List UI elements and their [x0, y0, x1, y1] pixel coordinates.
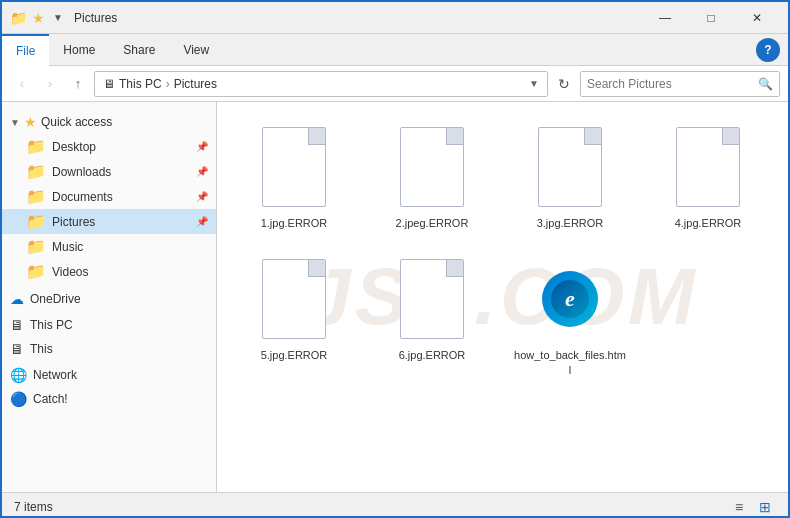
- file-name-7: how_to_back_files.html: [513, 348, 627, 377]
- onedrive-icon: ☁: [10, 291, 24, 307]
- file-item-6[interactable]: 6.jpg.ERROR: [367, 246, 497, 385]
- sidebar-item-videos[interactable]: 📁 Videos: [2, 259, 216, 284]
- star-icon: ★: [24, 114, 37, 130]
- help-button[interactable]: ?: [756, 38, 780, 62]
- edge-icon: e: [542, 271, 598, 327]
- catch-icon: 🔵: [10, 391, 27, 407]
- files-grid: 1.jpg.ERROR 2.jpeg.ERROR 3.jpg.ERROR: [229, 114, 776, 385]
- large-icons-view-button[interactable]: ⊞: [754, 496, 776, 518]
- sidebar-item-catch[interactable]: 🔵 Catch!: [2, 388, 216, 410]
- sidebar-item-network[interactable]: 🌐 Network: [2, 364, 216, 386]
- sidebar-label-catch: Catch!: [33, 392, 68, 406]
- quick-access-header[interactable]: ▼ ★ Quick access: [2, 110, 216, 134]
- sidebar-item-downloads[interactable]: 📁 Downloads 📌: [2, 159, 216, 184]
- tab-home[interactable]: Home: [49, 34, 109, 66]
- file-item-5[interactable]: 5.jpg.ERROR: [229, 246, 359, 385]
- path-separator-1: ›: [166, 77, 170, 91]
- tab-share[interactable]: Share: [109, 34, 169, 66]
- status-bar: 7 items ≡ ⊞: [2, 492, 788, 518]
- path-computer-icon: 🖥: [103, 77, 115, 91]
- file-thumb-5: [254, 254, 334, 344]
- sidebar-label-network: Network: [33, 368, 77, 382]
- sidebar-item-documents[interactable]: 📁 Documents 📌: [2, 184, 216, 209]
- file-item-3[interactable]: 3.jpg.ERROR: [505, 114, 635, 238]
- window-title: Pictures: [74, 11, 642, 25]
- doc-icon-2: [400, 127, 464, 207]
- pin-icon-pictures: 📌: [196, 216, 208, 227]
- tab-view[interactable]: View: [169, 34, 223, 66]
- doc-icon-3: [538, 127, 602, 207]
- sidebar-label-music: Music: [52, 240, 83, 254]
- folder-icon-downloads: 📁: [26, 162, 46, 181]
- file-name-6: 6.jpg.ERROR: [399, 348, 466, 362]
- close-button[interactable]: ✕: [734, 2, 780, 34]
- address-path[interactable]: 🖥 This PC › Pictures ▼: [94, 71, 548, 97]
- file-thumb-4: [668, 122, 748, 212]
- file-area: JSA.COM 1.jpg.ERROR 2.jpeg.ERROR: [217, 102, 788, 492]
- sidebar-label-pictures: Pictures: [52, 215, 95, 229]
- refresh-button[interactable]: ↻: [552, 72, 576, 96]
- folder-icon-documents: 📁: [26, 187, 46, 206]
- path-thispc: This PC: [119, 77, 162, 91]
- folder-icon-pictures: 📁: [26, 212, 46, 231]
- file-item-7[interactable]: e how_to_back_files.html: [505, 246, 635, 385]
- forward-button[interactable]: ›: [38, 72, 62, 96]
- file-name-5: 5.jpg.ERROR: [261, 348, 328, 362]
- sidebar-label-downloads: Downloads: [52, 165, 111, 179]
- search-input[interactable]: [587, 77, 758, 91]
- tab-file[interactable]: File: [2, 34, 49, 66]
- file-thumb-2: [392, 122, 472, 212]
- pin-icon-documents: 📌: [196, 191, 208, 202]
- address-bar: ‹ › ↑ 🖥 This PC › Pictures ▼ ↻ 🔍: [2, 66, 788, 102]
- file-name-3: 3.jpg.ERROR: [537, 216, 604, 230]
- empty-slot-1: [781, 114, 788, 238]
- pin-icon-downloads: 📌: [196, 166, 208, 177]
- file-item-4[interactable]: 4.jpg.ERROR: [643, 114, 773, 238]
- list-view-button[interactable]: ≡: [728, 496, 750, 518]
- file-name-2: 2.jpeg.ERROR: [396, 216, 469, 230]
- sidebar-item-pictures[interactable]: 📁 Pictures 📌: [2, 209, 216, 234]
- folder-icon-music: 📁: [26, 237, 46, 256]
- up-button[interactable]: ↑: [66, 72, 90, 96]
- sidebar-item-this[interactable]: 🖥 This: [2, 338, 216, 360]
- main-area: ▼ ★ Quick access 📁 Desktop 📌 📁 Downloads…: [2, 102, 788, 492]
- arrow-icon: ▼: [50, 10, 66, 26]
- title-bar: 📁 ★ ▼ Pictures — □ ✕: [2, 2, 788, 34]
- file-thumb-6: [392, 254, 472, 344]
- minimize-button[interactable]: —: [642, 2, 688, 34]
- quick-access-label: Quick access: [41, 115, 112, 129]
- ribbon: File Home Share View ?: [2, 34, 788, 66]
- sidebar-label-onedrive: OneDrive: [30, 292, 81, 306]
- this-icon: 🖥: [10, 341, 24, 357]
- path-pictures: Pictures: [174, 77, 217, 91]
- path-dropdown-icon[interactable]: ▼: [529, 78, 539, 89]
- file-item-1[interactable]: 1.jpg.ERROR: [229, 114, 359, 238]
- sidebar: ▼ ★ Quick access 📁 Desktop 📌 📁 Downloads…: [2, 102, 217, 492]
- folder-icon-videos: 📁: [26, 262, 46, 281]
- file-thumb-3: [530, 122, 610, 212]
- sidebar-label-this: This: [30, 342, 53, 356]
- window-controls: — □ ✕: [642, 2, 780, 34]
- pc-icon: 🖥: [10, 317, 24, 333]
- maximize-button[interactable]: □: [688, 2, 734, 34]
- sidebar-label-videos: Videos: [52, 265, 88, 279]
- edge-e-letter: e: [565, 286, 575, 312]
- pin-icon-desktop: 📌: [196, 141, 208, 152]
- doc-icon-4: [676, 127, 740, 207]
- quick-access-icon: ★: [30, 10, 46, 26]
- back-button[interactable]: ‹: [10, 72, 34, 96]
- search-icon: 🔍: [758, 77, 773, 91]
- search-box[interactable]: 🔍: [580, 71, 780, 97]
- doc-icon-6: [400, 259, 464, 339]
- view-controls: ≡ ⊞: [728, 496, 776, 518]
- edge-inner: e: [551, 280, 589, 318]
- title-bar-icons: 📁 ★ ▼: [10, 10, 66, 26]
- sidebar-item-onedrive[interactable]: ☁ OneDrive: [2, 288, 216, 310]
- file-name-4: 4.jpg.ERROR: [675, 216, 742, 230]
- sidebar-label-desktop: Desktop: [52, 140, 96, 154]
- sidebar-item-desktop[interactable]: 📁 Desktop 📌: [2, 134, 216, 159]
- sidebar-item-music[interactable]: 📁 Music: [2, 234, 216, 259]
- file-item-2[interactable]: 2.jpeg.ERROR: [367, 114, 497, 238]
- app-icon: 📁: [10, 10, 26, 26]
- sidebar-item-thispc[interactable]: 🖥 This PC: [2, 314, 216, 336]
